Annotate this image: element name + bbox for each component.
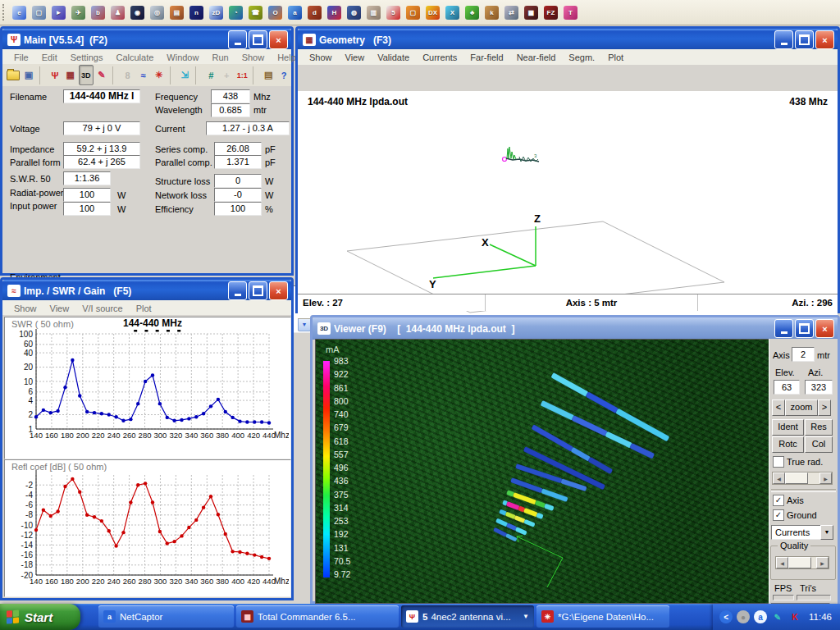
close-button[interactable]: × — [815, 30, 834, 49]
scroll-left-icon[interactable]: ◀ — [773, 472, 785, 484]
res-button[interactable]: Res — [805, 419, 833, 436]
antenna-button[interactable]: Ψ — [48, 65, 62, 85]
tray-ball-icon[interactable]: ● — [737, 610, 750, 623]
book-button[interactable]: ▤ — [261, 65, 276, 85]
quicklaunch-icon-24[interactable]: ♣ — [465, 6, 479, 20]
scroll-left-icon[interactable]: ◀ — [776, 557, 788, 568]
quicklaunch-icon-11[interactable]: zD — [209, 6, 223, 20]
swr50-field[interactable]: 1:1.36 — [63, 171, 111, 185]
swr-chart-panel[interactable]: 1401601802002202402602803003203403603804… — [4, 317, 291, 459]
main-menu-3[interactable]: Calculate — [109, 51, 160, 64]
maximize-button[interactable] — [249, 30, 267, 49]
voltage-field[interactable]: 79 + j 0 V — [63, 121, 140, 135]
quicklaunch-icon-26[interactable]: ⇄ — [504, 6, 518, 20]
swr-titlebar[interactable]: ≈ Imp. / SWR / Gain (F5) × — [2, 280, 291, 302]
save-button[interactable]: ▣ — [21, 65, 36, 85]
geometry-canvas[interactable]: 144-440 MHz lpda.out 438 Mhz Z X Y 3 — [298, 91, 838, 319]
quicklaunch-icon-29[interactable]: T — [564, 6, 578, 20]
azi-input[interactable]: 323 — [805, 380, 833, 395]
efficiency-field[interactable]: 100 — [214, 202, 262, 216]
rad-scrollbar[interactable]: ◀ ▶ — [772, 472, 833, 485]
minimize-button[interactable] — [228, 30, 247, 49]
zoom-in-button[interactable]: > — [818, 399, 831, 416]
quicklaunch-icon-19[interactable]: ▥ — [367, 6, 381, 20]
scroll-thumb[interactable] — [785, 472, 808, 484]
edit-button[interactable]: ✎ — [94, 65, 109, 85]
quicklaunch-icon-10[interactable]: n — [189, 6, 203, 20]
scale-1-1-button[interactable]: 1:1 — [235, 65, 249, 85]
quicklaunch-icon-22[interactable]: DX — [426, 6, 440, 20]
filename-field[interactable]: 144-440 MHz l — [63, 89, 140, 103]
quicklaunch-icon-25[interactable]: k — [485, 6, 499, 20]
geometry-menu-show[interactable]: Show — [303, 51, 339, 64]
geometry-menu-near-field[interactable]: Near-field — [510, 51, 563, 64]
export-button[interactable]: ⇲ — [177, 65, 192, 85]
tray-antivirus-icon[interactable]: K — [788, 610, 801, 623]
elev-input[interactable]: 63 — [774, 380, 800, 395]
network-loss-field[interactable]: -0 — [214, 188, 262, 202]
swr-menu-0[interactable]: Show — [7, 302, 43, 315]
close-button[interactable]: × — [269, 281, 288, 300]
quicklaunch-icon-18[interactable]: ◍ — [347, 6, 361, 20]
quicklaunch-icon-3[interactable]: ► — [52, 6, 66, 20]
zoom-button[interactable]: zoom — [785, 399, 818, 416]
quicklaunch-icon-9[interactable]: ▤ — [170, 6, 184, 20]
taskbar-task-4[interactable]: ✳*G:\Eigene Daten\Ho... — [536, 605, 669, 628]
tray-pen-icon[interactable]: ✎ — [771, 610, 784, 623]
wavelength-field[interactable]: 0.685 — [211, 103, 250, 117]
axis-checkbox[interactable]: ✓ — [773, 495, 784, 506]
viewer-3d-scene[interactable]: mA 9839228618007406796185574964363753142… — [315, 339, 769, 604]
close-button[interactable]: × — [815, 319, 834, 338]
geometry-menu-plot[interactable]: Plot — [601, 51, 630, 64]
quicklaunch-icon-20[interactable]: 5 — [386, 6, 400, 20]
calculate-button[interactable]: # — [203, 65, 218, 85]
input-power-field[interactable]: 100 — [63, 202, 111, 216]
main-titlebar[interactable]: Ψ Main [V5.5.4] (F2) × — [2, 29, 291, 51]
ground-checkbox[interactable]: ✓ — [773, 509, 784, 521]
quicklaunch-icon-16[interactable]: d — [308, 6, 322, 20]
dropdown-arrow-icon[interactable]: ▼ — [820, 525, 833, 540]
main-menu-2[interactable]: Settings — [64, 51, 110, 64]
scroll-right-icon[interactable]: ▶ — [819, 472, 832, 484]
taskbar-task-2[interactable]: ▦Total Commander 6.5... — [236, 605, 399, 628]
pattern-button[interactable]: ✳ — [152, 65, 167, 85]
quicklaunch-icon-2[interactable]: ▢ — [32, 6, 46, 20]
rotc-button[interactable]: Rotc — [772, 436, 804, 453]
maximize-button[interactable] — [795, 30, 814, 49]
tray-browser-icon[interactable]: a — [754, 610, 767, 623]
scroll-down-icon[interactable]: ▼ — [298, 317, 311, 331]
taskbar-task-1[interactable]: aNetCaptor — [98, 605, 234, 628]
current-field[interactable]: 1.27 - j 0.3 A — [206, 121, 290, 135]
quicklaunch-icon-6[interactable]: ♟ — [111, 6, 125, 20]
help-button[interactable]: ? — [276, 65, 291, 85]
toolbar-grip[interactable] — [2, 4, 7, 21]
minimize-button[interactable] — [774, 30, 793, 49]
geometry-menu-view[interactable]: View — [339, 51, 372, 64]
geometry-menu-segm-[interactable]: Segm. — [562, 51, 601, 64]
geometry-menu-validate[interactable]: Validate — [371, 51, 416, 64]
main-menu-5[interactable]: Run — [205, 51, 235, 64]
main-menu-6[interactable]: Show — [235, 51, 272, 64]
ident-button[interactable]: Ident — [772, 419, 804, 436]
series-comp-field[interactable]: 26.08 — [214, 142, 262, 156]
quicklaunch-icon-27[interactable]: ▦ — [524, 6, 538, 20]
quicklaunch-icon-14[interactable]: O — [268, 6, 282, 20]
parallel-form-field[interactable]: 62.4 + j 265 — [63, 155, 140, 169]
quicklaunch-icon-23[interactable]: X — [445, 6, 459, 20]
scroll-thumb[interactable] — [788, 557, 811, 568]
minimize-button[interactable] — [228, 281, 247, 300]
quicklaunch-icon-12[interactable]: ◔ — [229, 6, 243, 20]
start-button[interactable]: Start — [0, 604, 80, 630]
main-menu-1[interactable]: Edit — [35, 51, 64, 64]
refl-chart-panel[interactable]: 1401601802002202402602803003203403603804… — [4, 459, 291, 597]
scroll-right-icon[interactable]: ▶ — [816, 557, 829, 568]
swr-menu-2[interactable]: V/I source — [75, 302, 130, 315]
open-file-button[interactable] — [6, 65, 21, 85]
zoom-out-button[interactable]: < — [772, 399, 785, 416]
quicklaunch-icon-28[interactable]: FZ — [544, 6, 558, 20]
geometry-button[interactable]: ▦ — [63, 65, 78, 85]
quicklaunch-icon-5[interactable]: b — [91, 6, 105, 20]
tray-collapse-icon[interactable]: < — [719, 610, 733, 623]
quicklaunch-icon-17[interactable]: H — [327, 6, 341, 20]
minimize-button[interactable] — [774, 319, 793, 338]
